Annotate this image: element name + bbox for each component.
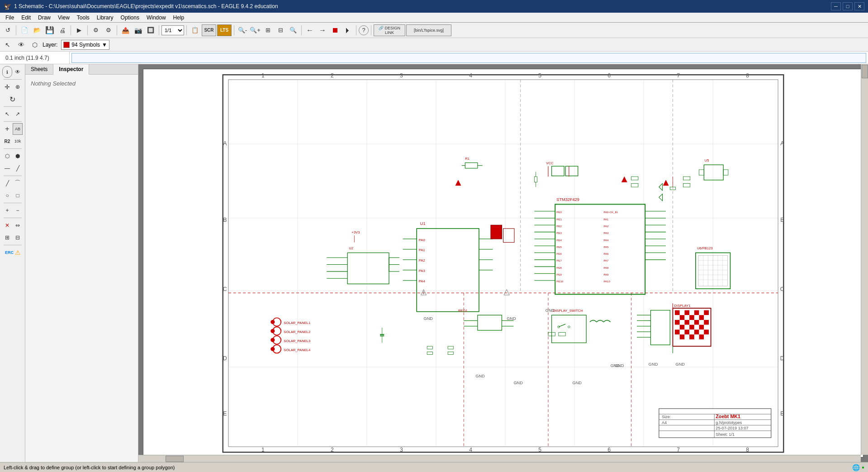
svg-text:8: 8 <box>746 447 749 453</box>
arc-button[interactable]: ⌒ <box>13 177 23 189</box>
settings-button[interactable]: ⚙ <box>90 24 102 36</box>
select2-button[interactable]: ↗ <box>13 108 23 120</box>
brd-button[interactable]: 🔲 <box>145 24 157 36</box>
menu-library[interactable]: Library <box>93 13 117 22</box>
svg-rect-204 <box>684 329 689 334</box>
maximize-button[interactable]: □ <box>843 2 853 10</box>
scr-button[interactable]: SCR <box>202 24 216 36</box>
ungroup-button[interactable]: ⊟ <box>13 232 23 243</box>
cam-proc-button[interactable]: 📋 <box>189 24 201 36</box>
svg-text:SOLAR_PANEL3: SOLAR_PANEL3 <box>284 339 310 343</box>
tab-inspector[interactable]: Inspector <box>53 64 89 75</box>
sep5 <box>159 25 159 35</box>
rotate-button[interactable]: ↻ <box>2 93 23 105</box>
zoom-select[interactable]: 1/1 1/2 2/1 <box>161 25 184 35</box>
rect-button[interactable]: □ <box>13 190 23 201</box>
minimize-button[interactable]: ─ <box>831 2 841 10</box>
close-button[interactable]: ✕ <box>854 2 864 10</box>
erc-row: ERC ⚠ <box>5 247 21 258</box>
new-button[interactable]: 📄 <box>19 24 30 36</box>
svg-rect-186 <box>699 315 704 320</box>
canvas-area[interactable]: 1 2 3 4 5 6 7 8 1 2 3 4 5 6 7 8 A B <box>138 64 868 462</box>
val-button[interactable]: 10k <box>13 135 23 147</box>
layer-selector[interactable]: 94 Symbols ▼ <box>61 40 109 50</box>
svg-text:6: 6 <box>607 72 611 79</box>
r2-button[interactable]: R2 <box>2 135 12 147</box>
menu-file[interactable]: File <box>2 13 18 22</box>
svg-rect-174 <box>675 310 680 315</box>
wire-button[interactable]: — <box>2 162 12 174</box>
schematic-svg: 1 2 3 4 5 6 7 8 1 2 3 4 5 6 7 8 A B <box>143 69 863 457</box>
horizontal-scrollbar-thumb[interactable] <box>166 456 184 462</box>
info-button[interactable]: ℹ <box>2 66 12 78</box>
add-button[interactable]: + <box>2 123 12 135</box>
vertical-scrollbar-thumb[interactable] <box>862 65 868 78</box>
menu-window[interactable]: Window <box>143 13 170 22</box>
net-row: ⬡ ⬢ <box>2 150 23 162</box>
menu-help[interactable]: Help <box>170 13 188 22</box>
svg-text:1: 1 <box>261 72 265 79</box>
select-button[interactable]: ↖ <box>2 108 12 120</box>
tab-sheets[interactable]: Sheets <box>25 64 53 74</box>
flip-button[interactable]: ⇔ <box>13 219 23 231</box>
vertical-scrollbar[interactable] <box>861 64 868 455</box>
svg-rect-176 <box>684 310 689 315</box>
zoom-area-button[interactable]: ⊟ <box>275 24 286 36</box>
eye-button[interactable]: 👁 <box>15 39 27 51</box>
select-mode-button[interactable]: ↖ <box>2 39 14 51</box>
back-button[interactable]: ← <box>304 24 316 36</box>
delete-button[interactable]: ✕ <box>2 219 12 231</box>
ltspice-path-button[interactable]: [bin/LTspice.svg] <box>406 24 451 36</box>
zoom-last-button[interactable]: 🔍 <box>287 24 299 36</box>
zoom-in3-button[interactable]: + <box>2 205 12 216</box>
resume-button[interactable]: ⏵ <box>342 24 354 36</box>
line-button[interactable]: ╱ <box>2 177 12 189</box>
save-button[interactable]: 💾 <box>44 24 56 36</box>
text-button[interactable]: AB <box>13 123 23 135</box>
panel-content: Nothing Selected <box>25 75 138 462</box>
schematic-canvas: 1 2 3 4 5 6 7 8 1 2 3 4 5 6 7 8 A B <box>143 69 863 458</box>
options-button[interactable]: ⚙ <box>103 24 114 36</box>
svg-text:4: 4 <box>469 72 472 79</box>
sep2 <box>71 25 71 35</box>
svg-rect-191 <box>689 320 694 325</box>
menu-edit[interactable]: Edit <box>18 13 34 22</box>
print-button[interactable]: 🖨 <box>57 24 68 36</box>
move-row: ✛ ⊕ <box>2 81 23 93</box>
stop-button[interactable]: ⏹ <box>329 24 341 36</box>
menu-options[interactable]: Options <box>117 13 143 22</box>
svg-rect-180 <box>704 310 709 315</box>
svg-text:Sheet:  1/1: Sheet: 1/1 <box>716 432 735 437</box>
menu-draw[interactable]: Draw <box>34 13 54 22</box>
erc-button[interactable]: ERC <box>5 247 14 258</box>
menu-view[interactable]: View <box>54 13 73 22</box>
help-button[interactable]: ? <box>359 25 369 35</box>
lts-button[interactable]: LTS <box>217 24 232 36</box>
ltsep5 <box>4 176 22 176</box>
menu-tools[interactable]: Tools <box>73 13 93 22</box>
zoom-fit-button[interactable]: ⊞ <box>262 24 274 36</box>
zoom-out-button[interactable]: 🔍- <box>237 24 248 36</box>
cam-button[interactable]: 📷 <box>132 24 144 36</box>
command-input[interactable] <box>71 53 866 63</box>
open-button[interactable]: 📂 <box>31 24 43 36</box>
circle-button[interactable]: ○ <box>2 190 12 201</box>
forward-button[interactable]: → <box>317 24 328 36</box>
eye2-button[interactable]: 👁 <box>13 66 23 78</box>
export-button[interactable]: 📤 <box>119 24 131 36</box>
ltsep1 <box>4 79 22 80</box>
move-button[interactable]: ✛ <box>2 81 12 93</box>
horizontal-scrollbar[interactable] <box>138 455 861 462</box>
mirror-button[interactable]: ⊕ <box>13 81 23 93</box>
run-script-button[interactable]: ▶ <box>73 24 85 36</box>
design-link-button[interactable]: 🔗 DESIGN LINK <box>374 24 405 36</box>
undo-btn[interactable]: ↺ <box>2 24 14 36</box>
wire-row: — ╱ <box>2 162 23 174</box>
zoom-in-button[interactable]: 🔍+ <box>249 24 261 36</box>
zoom-out3-button[interactable]: − <box>13 205 23 216</box>
bus-button[interactable]: ⬢ <box>13 150 23 162</box>
group-button[interactable]: ⊞ <box>2 232 12 243</box>
wire2-button[interactable]: ╱ <box>13 162 23 174</box>
net-label-button[interactable]: ⬡ <box>2 150 12 162</box>
filter-button[interactable]: ⬡ <box>29 39 41 51</box>
